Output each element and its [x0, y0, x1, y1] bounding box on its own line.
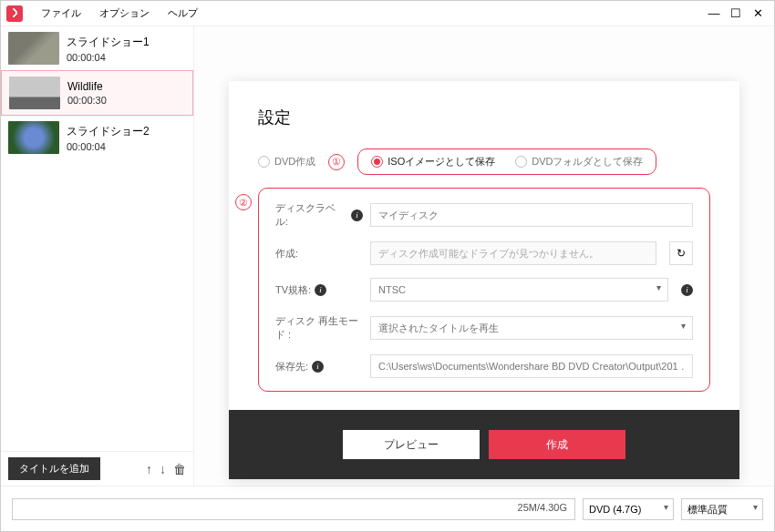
list-item[interactable]: スライドショー2 00:00:04 [1, 116, 193, 159]
panel-title: 設定 [258, 107, 710, 128]
play-mode-select[interactable]: 選択されたタイトルを再生 [370, 316, 693, 340]
sidebar-footer: タイトルを追加 ↑ ↓ 🗑 [1, 451, 193, 486]
status-bar: 25M/4.30G DVD (4.7G) 標準品質 [1, 486, 774, 531]
item-duration: 00:00:30 [67, 95, 107, 106]
info-icon[interactable]: i [315, 284, 326, 296]
info-icon[interactable]: i [312, 361, 324, 373]
label-tv: TV規格:i [275, 283, 363, 297]
settings-panel: 設定 DVD作成 ① ISOイメージとして保存 DVDフォルダとして保存 [229, 81, 739, 479]
disc-label-input[interactable] [370, 203, 693, 227]
callout-2: ② [235, 194, 252, 210]
thumbnail [8, 32, 59, 65]
radio-iso[interactable]: ISOイメージとして保存 [371, 155, 495, 169]
drive-input [370, 241, 656, 265]
label-create: 作成: [275, 247, 363, 261]
label-playmode: ディスク 再生モード : [275, 314, 363, 342]
list-item[interactable]: スライドショー1 00:00:04 [1, 26, 193, 70]
move-down-icon[interactable]: ↓ [160, 462, 166, 476]
close-button[interactable]: ✕ [750, 6, 765, 21]
label-disc-label: ディスクラベル:i [275, 201, 363, 229]
sidebar: スライドショー1 00:00:04 Wildlife 00:00:30 スライド… [1, 26, 194, 486]
disc-type-select[interactable]: DVD (4.7G) [583, 498, 674, 520]
thumbnail [8, 121, 59, 154]
fields-box: ② ディスクラベル:i 作成: ↻ TV規格:i [258, 188, 710, 392]
radio-dvd[interactable]: DVD作成 [258, 155, 315, 169]
quality-select[interactable]: 標準品質 [681, 498, 763, 520]
delete-icon[interactable]: 🗑 [173, 462, 186, 476]
callout-1: ① [328, 154, 345, 170]
create-button[interactable]: 作成 [489, 430, 625, 459]
info-icon[interactable]: i [351, 210, 363, 221]
minimize-button[interactable]: — [707, 6, 721, 21]
item-title: スライドショー1 [67, 35, 150, 50]
item-duration: 00:00:04 [67, 141, 150, 152]
label-saveto: 保存先:i [275, 360, 363, 373]
item-list: スライドショー1 00:00:04 Wildlife 00:00:30 スライド… [1, 26, 193, 451]
add-title-button[interactable]: タイトルを追加 [8, 457, 100, 480]
list-item[interactable]: Wildlife 00:00:30 [1, 70, 193, 116]
app-icon [6, 5, 23, 22]
preview-button[interactable]: プレビュー [343, 430, 480, 459]
maximize-button[interactable]: ☐ [728, 6, 743, 21]
space-bar: 25M/4.30G [12, 498, 575, 520]
menu-option[interactable]: オプション [90, 3, 159, 24]
menu-help[interactable]: ヘルプ [159, 3, 207, 24]
item-title: Wildlife [67, 80, 107, 93]
space-text: 25M/4.30G [518, 502, 567, 513]
thumbnail [9, 77, 60, 109]
tv-standard-select[interactable]: NTSC [370, 278, 668, 302]
move-up-icon[interactable]: ↑ [146, 462, 152, 476]
info-icon[interactable]: i [681, 284, 693, 296]
save-path-input[interactable] [370, 354, 693, 378]
content-area: 設定 DVD作成 ① ISOイメージとして保存 DVDフォルダとして保存 [194, 26, 774, 486]
radio-folder[interactable]: DVDフォルダとして保存 [515, 155, 643, 169]
menu-file[interactable]: ファイル [32, 3, 90, 24]
refresh-button[interactable]: ↻ [669, 241, 693, 265]
item-duration: 00:00:04 [67, 52, 150, 63]
panel-footer: プレビュー 作成 [229, 410, 739, 479]
item-title: スライドショー2 [67, 124, 150, 139]
titlebar: ファイル オプション ヘルプ — ☐ ✕ [1, 1, 774, 26]
